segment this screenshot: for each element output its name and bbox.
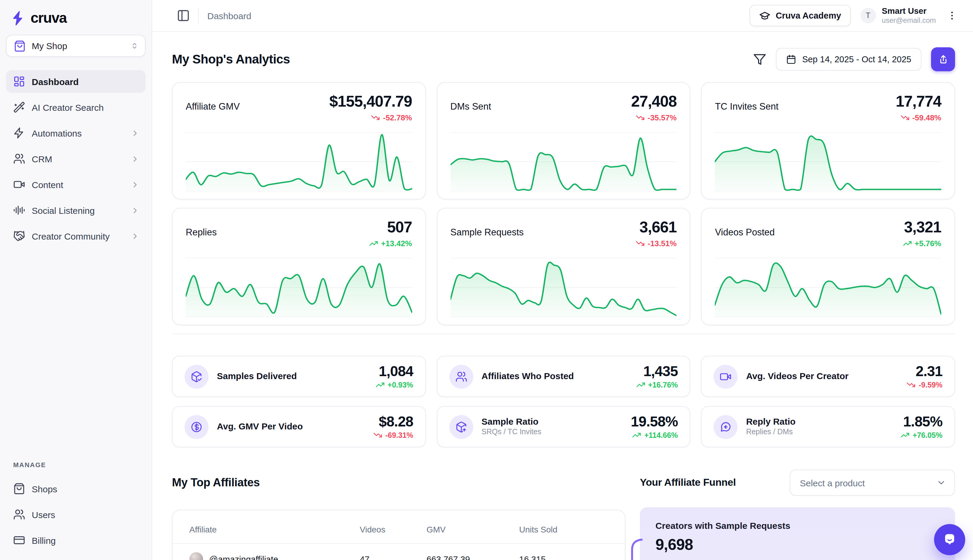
funnel-title: Your Affiliate Funnel [640, 477, 736, 489]
sidebar-item-social-listening[interactable]: Social Listening [6, 199, 145, 222]
trend-value: -59.48% [912, 113, 941, 122]
mini-card-avg-videos-per-creator: Avg. Videos Per Creator 2.31 -9.59% [701, 356, 955, 397]
sparkline-chart [186, 130, 412, 193]
topbar-right: Cruva Academy T Smart User user@email.co… [749, 5, 958, 27]
shop-selector-label: My Shop [32, 41, 124, 51]
column-header-affiliate: Affiliate [189, 525, 360, 534]
stat-title: Affiliate GMV [186, 101, 240, 112]
mini-title: Affiliates Who Posted [481, 371, 574, 382]
sidebar-item-label: Billing [32, 535, 140, 545]
date-range-picker[interactable]: Sep 14, 2025 - Oct 14, 2025 [776, 48, 921, 71]
sparkline-chart [186, 256, 412, 318]
analytics-header: My Shop's Analytics Sep 14, 2025 - Oct 1… [172, 47, 955, 71]
trend-indicator: -59.48% [896, 113, 941, 122]
funnel-stage-label: Creators with Sample Requests [656, 520, 940, 531]
column-header-videos: Videos [360, 525, 427, 534]
column-header-gmv: GMV [427, 525, 519, 534]
affiliate-avatar [189, 552, 203, 560]
users-icon [13, 153, 25, 165]
package-check-icon [185, 365, 209, 388]
top-affiliates-section: My Top Affiliates Affiliate Videos GMV U… [172, 469, 626, 560]
trending-down-icon [907, 380, 916, 389]
dollar-circle-icon [185, 415, 209, 439]
chevron-right-icon [130, 180, 140, 189]
analytics-actions: Sep 14, 2025 - Oct 14, 2025 [753, 47, 955, 71]
academy-button[interactable]: Cruva Academy [749, 5, 851, 27]
sidebar-item-automations[interactable]: Automations [6, 122, 145, 144]
user-menu[interactable]: T Smart User user@email.com [860, 6, 936, 25]
trend-value: -69.31% [385, 431, 413, 439]
sidebar-nav: Dashboard AI Creator Search Automations [6, 70, 145, 247]
sidebar-item-dashboard[interactable]: Dashboard [6, 70, 145, 93]
video-camera-icon [13, 178, 25, 190]
breadcrumb: Dashboard [207, 10, 251, 21]
sidebar-item-creator-community[interactable]: Creator Community [6, 225, 145, 247]
affiliate-handle: @amazingaffiliate [209, 554, 278, 560]
sidebar-toggle-button[interactable] [177, 9, 190, 22]
trend-indicator: -35.57% [631, 113, 677, 122]
sidebar-item-ai-creator-search[interactable]: AI Creator Search [6, 96, 145, 118]
user-name: Smart User [882, 6, 936, 17]
trend-value: -9.59% [919, 381, 943, 389]
trending-down-icon [900, 113, 909, 122]
date-range-label: Sep 14, 2025 - Oct 14, 2025 [802, 55, 911, 64]
shop-selector[interactable]: My Shop [6, 35, 145, 57]
sidebar-item-billing[interactable]: Billing [6, 529, 145, 552]
mini-card-avg-gmv-per-video: Avg. GMV Per Video $8.28 -69.31% [172, 406, 426, 447]
brand-name: cruva [30, 10, 67, 27]
chat-fab-button[interactable] [934, 524, 965, 555]
sidebar-item-label: Users [32, 509, 140, 520]
trending-up-icon [903, 239, 911, 248]
chevron-right-icon [130, 128, 140, 137]
stat-value: 3,321 [903, 219, 941, 236]
trend-indicator: +16.76% [636, 380, 678, 389]
stat-value: 507 [369, 219, 412, 236]
stat-card-videos-posted: Videos Posted 3,321 +5.76% [701, 208, 955, 325]
trending-up-icon [636, 380, 645, 389]
trending-down-icon [373, 431, 382, 440]
sidebar-item-content[interactable]: Content [6, 173, 145, 196]
chevron-down-icon [936, 478, 946, 488]
sidebar-item-label: CRM [32, 153, 124, 164]
sidebar-item-crm[interactable]: CRM [6, 147, 145, 170]
handshake-icon [13, 230, 25, 242]
trend-indicator: -52.78% [329, 113, 412, 122]
manage-heading: MANAGE [6, 461, 145, 474]
trend-value: +16.76% [648, 381, 678, 389]
trend-value: -35.57% [648, 113, 677, 122]
trend-indicator: +76.05% [901, 431, 943, 440]
user-email: user@email.com [882, 17, 936, 25]
sidebar-item-shops[interactable]: Shops [6, 477, 145, 500]
sparkline-chart [450, 256, 676, 318]
stat-title: Replies [186, 227, 217, 238]
trend-indicator: +114.66% [631, 431, 678, 440]
message-reply-icon [714, 415, 738, 439]
user-meta: Smart User user@email.com [882, 6, 936, 25]
chevron-right-icon [130, 154, 140, 163]
product-select[interactable]: Select a product [789, 470, 955, 496]
trend-value: +76.05% [913, 431, 943, 439]
trend-value: -13.51% [648, 239, 677, 248]
mini-title: Avg. GMV Per Video [217, 421, 303, 432]
export-button[interactable] [931, 47, 955, 71]
app-window: cruva My Shop Dashboard AI Crea [0, 0, 973, 560]
stat-value: $155,407.79 [329, 93, 412, 110]
table-row[interactable]: @amazingaffiliate 47 663,767.39 16,315 [172, 544, 625, 560]
sidebar-item-users[interactable]: Users [6, 503, 145, 526]
users-icon [449, 365, 473, 388]
section-divider [172, 333, 955, 334]
sidebar: cruva My Shop Dashboard AI Crea [0, 0, 152, 560]
sidebar-item-label: Shops [32, 483, 140, 494]
video-camera-icon [714, 365, 738, 388]
chevrons-up-down-icon [130, 41, 139, 50]
filter-funnel-icon[interactable] [753, 53, 766, 66]
trend-indicator: -13.51% [636, 239, 677, 248]
sparkline-chart [715, 130, 941, 193]
topbar: Dashboard Cruva Academy T Smart User use… [152, 0, 973, 32]
funnel-stage-card: Creators with Sample Requests 9,698 [640, 507, 955, 560]
table-header: Affiliate Videos GMV Units Sold [172, 510, 625, 543]
sidebar-item-label: Social Listening [32, 205, 124, 215]
kebab-menu-icon[interactable] [946, 10, 958, 21]
magic-wand-icon [13, 101, 25, 113]
mini-value: 1,435 [636, 363, 678, 378]
